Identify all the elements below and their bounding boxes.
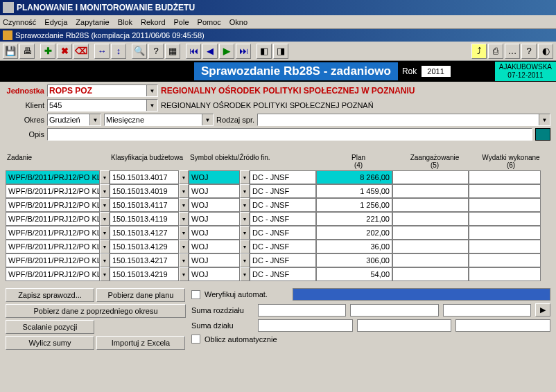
dropdown-icon[interactable]: ▼ bbox=[240, 184, 250, 198]
cell-klasyfikacja[interactable]: 150.15013.4127 bbox=[110, 226, 179, 240]
cell-zaang[interactable] bbox=[392, 226, 469, 240]
dropdown-icon[interactable]: ▼ bbox=[179, 240, 189, 253]
cell-plan[interactable]: 221,00 bbox=[316, 212, 392, 226]
last-button[interactable]: ⏭ bbox=[236, 44, 251, 59]
cell-klasyfikacja[interactable]: 150.15013.4217 bbox=[110, 253, 179, 267]
cell-symbol[interactable]: WOJ bbox=[189, 240, 240, 253]
cell-klasyfikacja[interactable]: 150.15013.4117 bbox=[110, 198, 179, 212]
cell-zaang[interactable] bbox=[392, 240, 469, 253]
cell-plan[interactable]: 36,00 bbox=[316, 240, 392, 253]
cell-zadanie[interactable]: WPF/B/2011/PRJ12/PO KL bbox=[6, 170, 100, 184]
cell-zaang[interactable] bbox=[392, 198, 469, 212]
cell-wydatki[interactable] bbox=[469, 226, 541, 240]
dropdown-icon[interactable]: ▼ bbox=[100, 184, 110, 198]
table-row[interactable]: WPF/B/2011/PRJ12/PO KL▼150.15013.4127▼WO… bbox=[6, 226, 550, 240]
okres-type-combo[interactable]: Miesięczne ▼ bbox=[104, 114, 214, 126]
dropdown-icon[interactable]: ▼ bbox=[240, 212, 250, 226]
rodzaj-combo[interactable]: ▼ bbox=[257, 114, 550, 126]
cell-symbol[interactable]: WOJ bbox=[189, 184, 240, 198]
dropdown-icon[interactable]: ▼ bbox=[240, 198, 250, 212]
table-row[interactable]: WPF/B/2011/PRJ12/PO KL▼150.15013.4017▼WO… bbox=[6, 170, 550, 184]
menu-pole[interactable]: Pole bbox=[174, 18, 189, 26]
dropdown-icon[interactable]: ▼ bbox=[179, 198, 189, 212]
table-row[interactable]: WPF/B/2011/PRJ12/PO KL▼150.15013.4019▼WO… bbox=[6, 184, 550, 198]
cell-klasyfikacja[interactable]: 150.15013.4129 bbox=[110, 240, 179, 253]
cell-wydatki[interactable] bbox=[469, 267, 541, 281]
dropdown-icon[interactable]: ▼ bbox=[89, 114, 101, 125]
cell-wydatki[interactable] bbox=[469, 212, 541, 226]
jednostka-combo[interactable]: ROPS POZ ▼ bbox=[47, 84, 158, 97]
dropdown-icon[interactable]: ▼ bbox=[202, 114, 213, 125]
okres-month-combo[interactable]: Grudzień ▼ bbox=[47, 114, 101, 126]
cell-plan[interactable]: 306,00 bbox=[316, 253, 392, 267]
cell-zrodlo[interactable]: DC - JNSF bbox=[250, 267, 316, 281]
add-button[interactable]: ✚ bbox=[40, 44, 55, 59]
cell-wydatki[interactable] bbox=[469, 240, 541, 253]
cell-plan[interactable]: 1 459,00 bbox=[316, 184, 392, 198]
table-row[interactable]: WPF/B/2011/PRJ12/PO KL▼150.15013.4219▼WO… bbox=[6, 267, 550, 281]
cell-symbol[interactable]: WOJ bbox=[189, 170, 240, 184]
cell-zrodlo[interactable]: DC - JNSF bbox=[250, 240, 316, 253]
pobierz-poprz-button[interactable]: Pobierz dane z poprzedniego okresu bbox=[6, 304, 186, 318]
prev-button[interactable]: ◀ bbox=[202, 44, 218, 59]
cell-zaang[interactable] bbox=[392, 253, 469, 267]
zapisz-button[interactable]: Zapisz sprawozd... bbox=[6, 288, 94, 302]
dropdown-icon[interactable]: ▼ bbox=[179, 226, 189, 240]
print-button[interactable]: 🖶 bbox=[19, 44, 35, 59]
clear-button[interactable]: ⌫ bbox=[73, 44, 89, 59]
search-button[interactable]: 🔍 bbox=[132, 44, 147, 59]
menu-rekord[interactable]: Rekord bbox=[141, 18, 165, 26]
exit-button[interactable]: ⤴ bbox=[471, 44, 487, 59]
cell-plan[interactable]: 202,00 bbox=[316, 226, 392, 240]
cell-zaang[interactable] bbox=[392, 212, 469, 226]
delete-button[interactable]: ✖ bbox=[57, 44, 72, 59]
cell-klasyfikacja[interactable]: 150.15013.4017 bbox=[110, 170, 179, 184]
table-row[interactable]: WPF/B/2011/PRJ12/PO KL▼150.15013.4119▼WO… bbox=[6, 212, 550, 226]
cell-wydatki[interactable] bbox=[469, 170, 541, 184]
oblicz-checkbox[interactable] bbox=[191, 335, 200, 344]
cell-symbol[interactable]: WOJ bbox=[189, 198, 240, 212]
first-button[interactable]: ⏮ bbox=[186, 44, 201, 59]
menu-pomoc[interactable]: Pomoc bbox=[198, 18, 221, 26]
scroll-right-button[interactable]: ▶ bbox=[535, 303, 550, 317]
dropdown-icon[interactable]: ▼ bbox=[100, 198, 110, 212]
cell-klasyfikacja[interactable]: 150.15013.4219 bbox=[110, 267, 179, 281]
dropdown-icon[interactable]: ▼ bbox=[240, 253, 250, 267]
weryfikuj-checkbox[interactable] bbox=[191, 290, 200, 299]
dropdown-icon[interactable]: ▼ bbox=[179, 170, 189, 184]
klient-combo[interactable]: 545 ▼ bbox=[47, 99, 158, 112]
cell-zaang[interactable] bbox=[392, 267, 469, 281]
cell-wydatki[interactable] bbox=[469, 198, 541, 212]
next-button[interactable]: ▶ bbox=[219, 44, 234, 59]
opis-input[interactable] bbox=[47, 128, 532, 141]
cell-klasyfikacja[interactable]: 150.15013.4119 bbox=[110, 212, 179, 226]
cell-klasyfikacja[interactable]: 150.15013.4019 bbox=[110, 184, 179, 198]
cell-plan[interactable]: 54,00 bbox=[316, 267, 392, 281]
cell-symbol[interactable]: WOJ bbox=[189, 226, 240, 240]
dropdown-icon[interactable]: ▼ bbox=[240, 267, 250, 281]
table-row[interactable]: WPF/B/2011/PRJ12/PO KL▼150.15013.4117▼WO… bbox=[6, 198, 550, 212]
cell-zadanie[interactable]: WPF/B/2011/PRJ12/PO KL bbox=[6, 267, 100, 281]
table-row[interactable]: WPF/B/2011/PRJ12/PO KL▼150.15013.4217▼WO… bbox=[6, 253, 550, 267]
export-button[interactable]: ⎙ bbox=[488, 44, 503, 59]
cell-plan[interactable]: 1 256,00 bbox=[316, 198, 392, 212]
dropdown-icon[interactable]: ▼ bbox=[100, 240, 110, 253]
dropdown-icon[interactable]: ▼ bbox=[240, 170, 250, 184]
menu-czynnosc[interactable]: Czynność bbox=[3, 18, 36, 26]
toggle-button[interactable]: ◐ bbox=[538, 44, 553, 59]
cell-zrodlo[interactable]: DC - JNSF bbox=[250, 253, 316, 267]
dropdown-icon[interactable]: ▼ bbox=[100, 212, 110, 226]
dropdown-icon[interactable]: ▼ bbox=[100, 170, 110, 184]
menu-edycja[interactable]: Edycja bbox=[44, 18, 67, 26]
cell-zrodlo[interactable]: DC - JNSF bbox=[250, 184, 316, 198]
dropdown-icon[interactable]: ▼ bbox=[146, 85, 157, 96]
cell-plan[interactable]: 8 266,00 bbox=[316, 170, 392, 184]
lov-button[interactable]: ▦ bbox=[165, 44, 180, 59]
cell-zrodlo[interactable]: DC - JNSF bbox=[250, 226, 316, 240]
dropdown-icon[interactable]: ▼ bbox=[179, 253, 189, 267]
cell-zadanie[interactable]: WPF/B/2011/PRJ12/PO KL bbox=[6, 226, 100, 240]
importuj-button[interactable]: Importuj z Excela bbox=[96, 336, 185, 350]
cell-zadanie[interactable]: WPF/B/2011/PRJ12/PO KL bbox=[6, 198, 100, 212]
cell-zaang[interactable] bbox=[392, 184, 469, 198]
scalanie-button[interactable]: Scalanie pozycji bbox=[6, 320, 94, 334]
